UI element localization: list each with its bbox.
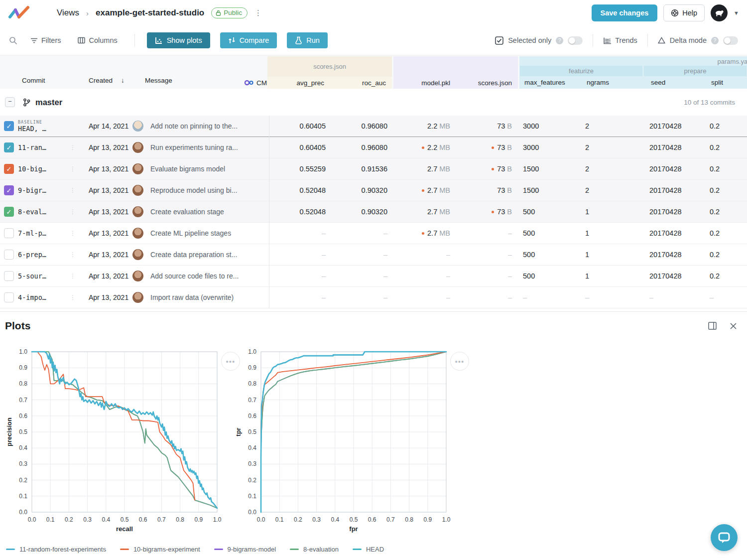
commit-row[interactable]: ✓9-bigr…⋮Apr 13, 2021Reproduce model usi… — [0, 180, 747, 201]
selected-only-toggle[interactable] — [568, 36, 583, 45]
row-menu-kebab-icon[interactable]: ⋮ — [70, 251, 79, 258]
commit-row[interactable]: 6-prep…⋮Apr 13, 2021Create data preparat… — [0, 244, 747, 266]
row-checkbox[interactable]: ✓ — [4, 121, 14, 131]
column-header-seed[interactable]: seed — [644, 79, 706, 86]
account-caret-icon[interactable]: ▼ — [734, 10, 739, 16]
sort-desc-icon[interactable]: ↓ — [121, 77, 124, 89]
svg-text:1.0: 1.0 — [248, 348, 256, 355]
metric-cell: 2.7 MB — [393, 165, 456, 173]
row-checkbox[interactable] — [4, 271, 14, 281]
column-header-scores-json[interactable]: scores.json — [456, 79, 518, 87]
commit-name[interactable]: BASELINEHEAD, … — [18, 120, 70, 133]
row-checkbox[interactable] — [4, 250, 14, 260]
compare-button[interactable]: Compare — [220, 32, 277, 48]
featurize-band-label[interactable]: featurize — [520, 66, 642, 76]
run-button[interactable]: Run — [287, 32, 328, 48]
save-changes-button[interactable]: Save changes — [592, 4, 658, 21]
row-menu-kebab-icon[interactable]: ⋮ — [70, 165, 79, 172]
svg-text:0.1: 0.1 — [248, 493, 256, 500]
commit-name[interactable]: 9-bigr… — [18, 186, 70, 194]
commit-name[interactable]: 7-ml-p… — [18, 229, 70, 237]
commit-row[interactable]: ✓8-eval…⋮Apr 13, 2021Create evaluation s… — [0, 201, 747, 223]
commit-row[interactable]: 4-impo…⋮Apr 13, 2021Import raw data (ove… — [0, 287, 747, 308]
svg-text:1.0: 1.0 — [442, 516, 451, 523]
params-yaml-group-label[interactable]: params.yaml — [718, 58, 747, 65]
row-menu-kebab-icon[interactable]: ⋮ — [70, 208, 79, 215]
legend-item[interactable]: 9-bigrams-model — [214, 546, 276, 553]
row-checkbox[interactable]: ✓ — [4, 185, 14, 195]
commit-name[interactable]: 6-prep… — [18, 251, 70, 259]
column-header-message[interactable]: Message — [145, 77, 172, 89]
row-menu-kebab-icon[interactable]: ⋮ — [70, 230, 79, 237]
column-header-created[interactable]: Created — [89, 77, 113, 89]
show-plots-button[interactable]: Show plots — [147, 32, 210, 48]
svg-text:0.8: 0.8 — [248, 380, 256, 387]
metric-cell: – — [580, 293, 642, 301]
legend-item[interactable]: HEAD — [353, 546, 384, 553]
help-button[interactable]: Help — [663, 4, 705, 21]
row-checkbox[interactable] — [4, 292, 14, 302]
commit-row[interactable]: 5-sour…⋮Apr 13, 2021Add source code file… — [0, 266, 747, 287]
user-avatar[interactable] — [711, 4, 728, 21]
prepare-band-label[interactable]: prepare — [644, 66, 747, 76]
chat-widget-button[interactable] — [711, 524, 738, 551]
column-header-avg-prec[interactable]: avg_prec — [267, 79, 330, 87]
commit-name[interactable]: 11-ran… — [18, 143, 70, 151]
delta-mode-toggle[interactable] — [723, 36, 738, 45]
legend-item[interactable]: 8-evaluation — [290, 546, 339, 553]
filters-button[interactable]: Filters — [30, 36, 61, 44]
row-menu-kebab-icon[interactable]: ⋮ — [70, 144, 79, 151]
commit-row[interactable]: ✓BASELINEHEAD, …Apr 14, 2021Add note on … — [0, 116, 747, 137]
row-checkbox[interactable] — [4, 228, 14, 238]
commit-row[interactable]: 7-ml-p…⋮Apr 13, 2021Create ML pipeline s… — [0, 223, 747, 244]
row-checkbox[interactable]: ✓ — [4, 164, 14, 174]
commit-row[interactable]: ✓10-big…⋮Apr 13, 2021Evaluate bigrams mo… — [0, 158, 747, 180]
panel-layout-icon[interactable] — [708, 322, 717, 330]
column-header-split[interactable]: split — [706, 79, 747, 86]
commit-name[interactable]: 5-sour… — [18, 272, 70, 280]
checked-checkbox-icon[interactable] — [495, 36, 503, 45]
commit-name[interactable]: 10-big… — [18, 165, 70, 173]
svg-text:0.9: 0.9 — [423, 516, 432, 523]
scores-json-group-label[interactable]: scores.json — [267, 56, 392, 77]
metric-cell: 500 — [518, 251, 580, 259]
studio-logo-icon[interactable] — [8, 5, 31, 21]
svg-text:0.9: 0.9 — [19, 364, 27, 371]
metric-cell: – — [456, 272, 518, 280]
baseline-tag: BASELINE — [18, 120, 70, 125]
chart-menu-button[interactable]: ••• — [450, 352, 469, 371]
legend-item[interactable]: 10-bigrams-experiment — [120, 546, 200, 553]
close-icon[interactable] — [730, 322, 737, 330]
metric-cell: 500 — [518, 272, 580, 280]
metric-cell: 1500 — [518, 186, 580, 194]
row-menu-kebab-icon[interactable]: ⋮ — [70, 187, 79, 194]
legend-item[interactable]: 11-random-forest-experiments — [6, 546, 106, 553]
column-header-roc-auc[interactable]: roc_auc — [330, 79, 392, 87]
row-menu-kebab-icon[interactable]: ⋮ — [70, 294, 79, 301]
row-checkbox[interactable]: ✓ — [4, 142, 14, 152]
trends-button[interactable]: Trends — [603, 36, 637, 44]
column-header-ngrams[interactable]: ngrams — [582, 79, 644, 86]
column-header-commit[interactable]: Commit — [22, 77, 45, 89]
metric-cell: 0.2 — [705, 165, 747, 173]
selected-only-help-icon[interactable]: ? — [556, 37, 563, 44]
metric-cell: 0.2 — [705, 186, 747, 194]
row-menu-kebab-icon[interactable]: ⋮ — [70, 273, 79, 280]
column-header-cml[interactable]: CML — [244, 77, 271, 89]
project-menu-kebab-icon[interactable]: ⋮ — [254, 8, 262, 17]
search-button[interactable] — [9, 36, 17, 45]
breadcrumb-views[interactable]: Views — [57, 8, 79, 18]
delta-mode-help-icon[interactable]: ? — [711, 37, 719, 44]
branch-name[interactable]: master — [35, 98, 62, 107]
row-checkbox[interactable]: ✓ — [4, 207, 14, 217]
svg-text:0.8: 0.8 — [405, 516, 413, 523]
commit-name[interactable]: 4-impo… — [18, 293, 70, 301]
commit-message: Evaluate bigrams model — [145, 165, 269, 173]
column-header-model-pkl[interactable]: model.pkl — [393, 79, 456, 87]
column-header-max-features[interactable]: max_features — [519, 79, 582, 86]
columns-button[interactable]: Columns — [78, 36, 117, 44]
params-yaml-group: params.yaml featurize prepare max_featur… — [519, 56, 747, 89]
commit-name[interactable]: 8-eval… — [18, 208, 70, 216]
commit-row[interactable]: ✓11-ran…⋮Apr 13, 2021Run experiments tun… — [0, 137, 747, 158]
collapse-branch-button[interactable]: − — [5, 97, 15, 107]
